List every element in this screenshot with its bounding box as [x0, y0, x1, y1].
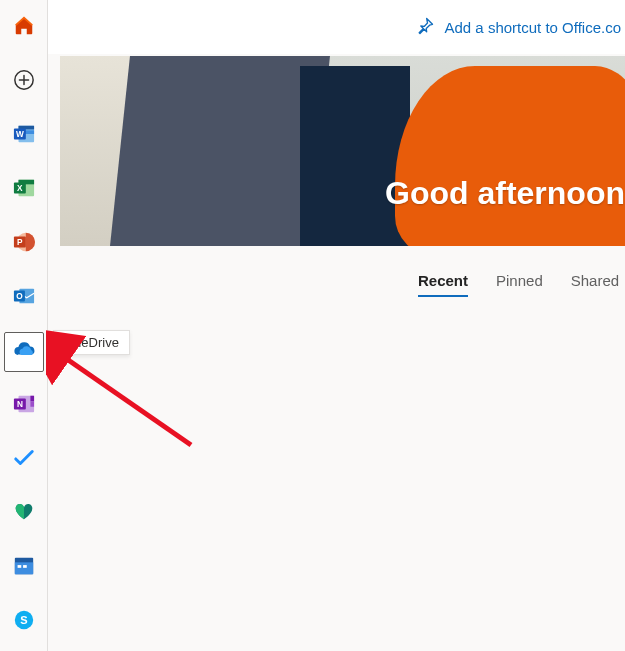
svg-rect-22: [14, 562, 32, 574]
sidebar-item-outlook[interactable]: O: [4, 278, 44, 318]
hero-art: [300, 66, 410, 246]
sidebar-item-home[interactable]: [4, 8, 44, 48]
svg-line-27: [61, 355, 191, 445]
heart-icon: [13, 501, 35, 527]
sidebar-item-skype[interactable]: S: [4, 602, 44, 642]
greeting-text: Good afternoon: [385, 175, 625, 212]
onedrive-icon: [12, 338, 36, 366]
add-shortcut-label: Add a shortcut to Office.co: [445, 19, 621, 36]
onenote-icon: N: [13, 393, 35, 419]
svg-text:O: O: [16, 292, 23, 301]
svg-text:X: X: [17, 184, 23, 193]
sidebar-item-onenote[interactable]: N: [4, 386, 44, 426]
svg-rect-17: [30, 396, 34, 402]
svg-rect-18: [30, 401, 34, 407]
calendar-icon: [13, 555, 35, 581]
sidebar-item-excel[interactable]: X: [4, 170, 44, 210]
svg-text:P: P: [17, 238, 23, 247]
svg-text:S: S: [20, 614, 27, 626]
powerpoint-icon: P: [13, 231, 35, 257]
hero-banner: Good afternoon: [60, 56, 625, 246]
top-bar: Add a shortcut to Office.co: [48, 0, 625, 54]
skype-icon: S: [13, 609, 35, 635]
document-tabs: Recent Pinned Shared: [418, 272, 619, 297]
excel-icon: X: [13, 177, 35, 203]
sidebar-item-todo[interactable]: [4, 440, 44, 480]
svg-text:N: N: [16, 400, 22, 409]
outlook-icon: O: [13, 285, 35, 311]
sidebar-item-family[interactable]: [4, 494, 44, 534]
sidebar-item-word[interactable]: W: [4, 116, 44, 156]
tab-shared[interactable]: Shared: [571, 272, 619, 297]
pin-icon: [415, 16, 435, 39]
svg-text:W: W: [15, 130, 23, 139]
sidebar-item-create[interactable]: [4, 62, 44, 102]
add-shortcut-link[interactable]: Add a shortcut to Office.co: [415, 16, 621, 39]
app-sidebar: W X P O N: [0, 0, 48, 651]
home-icon: [13, 15, 35, 41]
svg-rect-23: [17, 565, 21, 568]
sidebar-item-onedrive[interactable]: [4, 332, 44, 372]
todo-icon: [13, 447, 35, 473]
hero-art: [110, 56, 330, 246]
sidebar-item-calendar[interactable]: [4, 548, 44, 588]
tab-pinned[interactable]: Pinned: [496, 272, 543, 297]
sidebar-item-powerpoint[interactable]: P: [4, 224, 44, 264]
plus-circle-icon: [13, 69, 35, 95]
svg-rect-24: [23, 565, 27, 568]
word-icon: W: [13, 123, 35, 149]
hero-art: [395, 66, 625, 246]
onedrive-tooltip: OneDrive: [53, 330, 130, 355]
tab-recent[interactable]: Recent: [418, 272, 468, 297]
